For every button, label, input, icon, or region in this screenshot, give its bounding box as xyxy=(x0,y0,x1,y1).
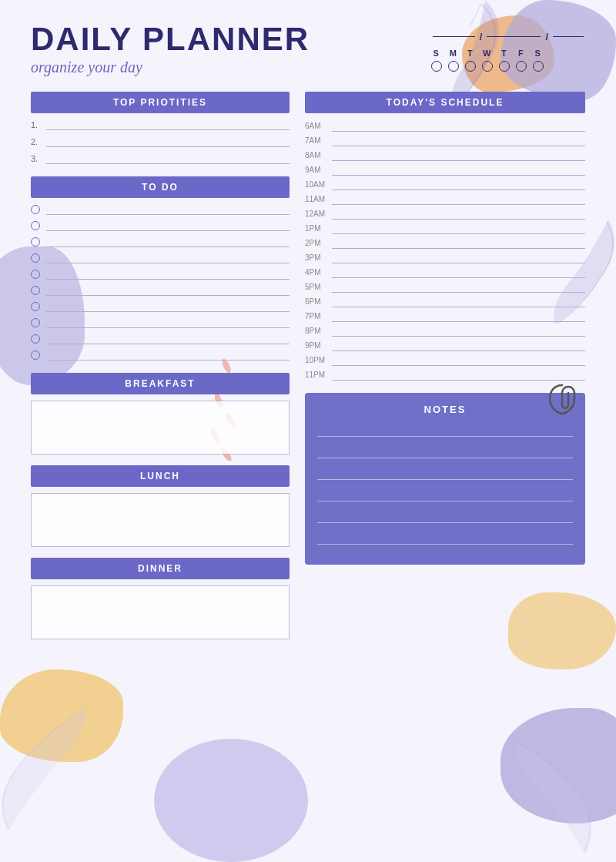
notes-line-5[interactable] xyxy=(317,511,573,523)
todo-item-2 xyxy=(31,220,290,231)
notes-line-6[interactable] xyxy=(317,532,573,545)
schedule-6pm: 6PM xyxy=(305,295,585,307)
date-year[interactable] xyxy=(553,36,584,37)
priorities-header: TOP PRIOTITIES xyxy=(31,92,290,113)
breakfast-section: BREAKFAST xyxy=(31,373,290,454)
dinner-header: DINNER xyxy=(31,558,290,579)
schedule-12am: 12AM xyxy=(305,207,585,220)
notes-header: NOTES xyxy=(317,404,573,415)
right-column: TODAY'S SCHEDULE 6AM 7AM 8AM 9AM 10AM 11… xyxy=(305,92,585,650)
day-circle-f[interactable] xyxy=(516,61,527,72)
content: DAILY PLANNER organize your day / / S M … xyxy=(0,0,616,862)
day-circle-w[interactable] xyxy=(482,61,493,72)
todo-item-3 xyxy=(31,236,290,247)
lunch-section: LUNCH xyxy=(31,465,290,547)
title-area: DAILY PLANNER organize your day xyxy=(31,23,310,76)
schedule-6am: 6AM xyxy=(305,119,585,132)
date-line: / / xyxy=(431,31,585,42)
todo-item-10 xyxy=(31,350,290,361)
notes-section: NOTES xyxy=(305,393,585,565)
subtitle: organize your day xyxy=(31,59,310,76)
days-row: S M T W T F S xyxy=(431,49,585,58)
schedule-4pm: 4PM xyxy=(305,266,585,278)
lunch-header: LUNCH xyxy=(31,465,290,487)
notes-line-1[interactable] xyxy=(317,424,573,437)
page: DAILY PLANNER organize your day / / S M … xyxy=(0,0,616,862)
day-circle-m[interactable] xyxy=(448,61,459,72)
todo-item-1 xyxy=(31,204,290,215)
schedule-3pm: 3PM xyxy=(305,251,585,263)
notes-line-4[interactable] xyxy=(317,489,573,501)
notes-line-3[interactable] xyxy=(317,468,573,480)
date-day[interactable] xyxy=(487,36,541,37)
two-column-layout: TOP PRIOTITIES 1. 2. 3. xyxy=(31,92,585,650)
todo-item-5 xyxy=(31,269,290,280)
day-circle-t1[interactable] xyxy=(465,61,476,72)
header: DAILY PLANNER organize your day / / S M … xyxy=(31,23,585,76)
day-circles-row xyxy=(431,61,585,72)
left-column: TOP PRIOTITIES 1. 2. 3. xyxy=(31,92,290,650)
schedule-9am: 9AM xyxy=(305,163,585,176)
notes-line-2[interactable] xyxy=(317,446,573,458)
schedule-1pm: 1PM xyxy=(305,222,585,234)
todo-item-9 xyxy=(31,334,290,344)
todo-item-8 xyxy=(31,317,290,328)
date-area: / / S M T W T F S xyxy=(431,23,585,72)
schedule-header: TODAY'S SCHEDULE xyxy=(305,92,585,113)
schedule-10pm: 10PM xyxy=(305,354,585,366)
schedule-8pm: 8PM xyxy=(305,324,585,337)
priority-item-2: 2. xyxy=(31,136,290,147)
schedule-10am: 10AM xyxy=(305,178,585,190)
schedule-8am: 8AM xyxy=(305,149,585,161)
schedule-5pm: 5PM xyxy=(305,280,585,293)
main-title: DAILY PLANNER xyxy=(31,23,310,55)
priorities-section: TOP PRIOTITIES 1. 2. 3. xyxy=(31,92,290,164)
breakfast-box[interactable] xyxy=(31,401,290,454)
lunch-box[interactable] xyxy=(31,493,290,547)
schedule-7pm: 7PM xyxy=(305,310,585,322)
schedule-11am: 11AM xyxy=(305,193,585,205)
todo-item-7 xyxy=(31,301,290,312)
breakfast-header: BREAKFAST xyxy=(31,373,290,394)
schedule-section: TODAY'S SCHEDULE 6AM 7AM 8AM 9AM 10AM 11… xyxy=(305,92,585,381)
dinner-section: DINNER xyxy=(31,558,290,639)
paperclip-icon xyxy=(547,381,570,420)
schedule-7am: 7AM xyxy=(305,134,585,146)
date-month[interactable] xyxy=(433,36,475,37)
day-circle-t2[interactable] xyxy=(499,61,510,72)
priority-item-1: 1. xyxy=(31,119,290,130)
day-circle-s1[interactable] xyxy=(431,61,442,72)
todo-item-4 xyxy=(31,253,290,263)
day-circle-s2[interactable] xyxy=(533,61,544,72)
schedule-2pm: 2PM xyxy=(305,236,585,249)
todo-section: TO DO xyxy=(31,176,290,361)
schedule-11pm: 11PM xyxy=(305,368,585,381)
schedule-9pm: 9PM xyxy=(305,339,585,351)
priority-item-3: 3. xyxy=(31,153,290,164)
todo-header: TO DO xyxy=(31,176,290,198)
todo-item-6 xyxy=(31,285,290,296)
dinner-box[interactable] xyxy=(31,585,290,639)
